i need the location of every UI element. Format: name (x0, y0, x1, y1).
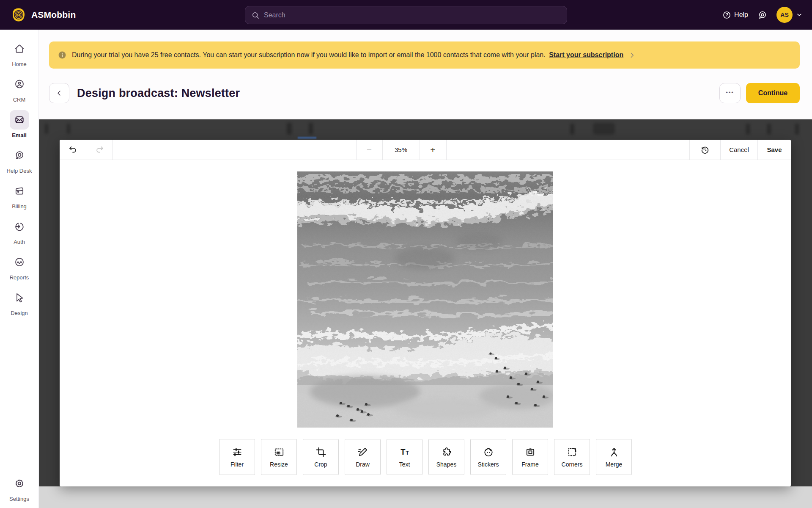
info-icon (58, 50, 67, 60)
sidebar-item-label: Design (11, 310, 27, 316)
tool-shapes-button[interactable]: Shapes (428, 439, 464, 475)
sidebar-item-label: Billing (12, 203, 27, 210)
tool-merge-button[interactable]: Merge (596, 439, 632, 475)
global-search[interactable] (245, 6, 567, 24)
tool-label: Shapes (436, 461, 456, 468)
sidebar-item-settings[interactable]: Settings (0, 474, 39, 502)
tool-label: Corners (562, 461, 583, 468)
auth-login-icon (10, 217, 29, 236)
shapes-puzzle-icon (441, 447, 452, 458)
tool-filter-button[interactable]: Filter (219, 439, 255, 475)
sidebar-item-label: Reports (10, 274, 29, 281)
zoom-in-button[interactable]: + (420, 140, 447, 160)
stickers-face-icon (483, 447, 494, 458)
toolbar-spacer (447, 140, 690, 160)
sidebar-item-reports[interactable]: Reports (0, 252, 39, 281)
text-icon: T T (399, 447, 410, 458)
search-input[interactable] (264, 11, 561, 19)
chevron-down-icon (796, 11, 803, 18)
zoom-out-button[interactable]: − (357, 140, 383, 160)
tool-label: Draw (356, 461, 370, 468)
tool-label: Frame (521, 461, 538, 468)
search-icon (251, 11, 260, 19)
help-label: Help (734, 11, 748, 19)
help-circle-icon (722, 11, 731, 19)
history-button[interactable] (690, 140, 721, 160)
tool-draw-button[interactable]: Draw (345, 439, 381, 475)
help-button[interactable]: Help (722, 11, 748, 19)
editor-toolbar: − 35% + Cancel Save (60, 140, 791, 160)
crm-person-icon (10, 75, 29, 94)
svg-text:T: T (401, 447, 406, 456)
trial-banner: During your trial you have 25 free conta… (49, 41, 800, 69)
tool-corners-button[interactable]: Corners (554, 439, 590, 475)
save-button[interactable]: Save (758, 140, 791, 160)
tool-label: Text (399, 461, 410, 468)
design-cursor-icon (10, 288, 29, 307)
email-icon (10, 110, 29, 130)
corners-icon (567, 447, 578, 458)
tool-label: Stickers (478, 461, 499, 468)
tool-text-button[interactable]: T T Text (387, 439, 422, 475)
canvas-photo[interactable] (297, 171, 553, 428)
filter-sliders-icon (232, 447, 243, 458)
editor-tools: Filter Resize Crop (219, 439, 632, 475)
zoom-level: 35% (383, 140, 420, 160)
start-subscription-link[interactable]: Start your subscription (549, 51, 623, 58)
reports-activity-icon (10, 252, 29, 272)
dimmed-page-bottom (39, 486, 812, 508)
sidebar-item-label: Auth (14, 239, 25, 245)
sidebar-item-email[interactable]: Email (0, 110, 39, 138)
app-logo-icon (11, 7, 26, 22)
back-button[interactable] (49, 83, 69, 103)
page-header: Design broadcast: Newsletter ••• Continu… (49, 83, 800, 103)
svg-text:T: T (406, 450, 409, 456)
tool-label: Merge (606, 461, 623, 468)
brand-name: ASMobbin (31, 10, 76, 20)
brand[interactable]: ASMobbin (11, 7, 76, 22)
merge-icon (609, 447, 620, 458)
sidebar-item-label: Email (12, 132, 27, 138)
sidebar-item-label: Help Desk (7, 168, 32, 174)
tool-label: Filter (230, 461, 244, 468)
trial-banner-text: During your trial you have 25 free conta… (72, 51, 623, 59)
tool-crop-button[interactable]: Crop (303, 439, 339, 475)
sidebar-item-crm[interactable]: CRM (0, 75, 39, 103)
toolbar-spacer (113, 140, 357, 160)
frame-icon (525, 447, 536, 458)
avatar[interactable]: AS (776, 7, 793, 23)
resize-icon (274, 447, 285, 458)
gear-icon (10, 474, 29, 493)
sidebar-navigation: Home CRM Email (0, 30, 39, 508)
more-options-button[interactable]: ••• (719, 83, 741, 103)
chevron-right-icon (628, 52, 636, 59)
sidebar-item-help-desk[interactable]: Help Desk (0, 146, 39, 174)
cancel-button[interactable]: Cancel (721, 140, 758, 160)
continue-button[interactable]: Continue (746, 83, 800, 103)
tool-stickers-button[interactable]: Stickers (470, 439, 506, 475)
redo-button[interactable] (86, 140, 113, 160)
image-editor-modal: − 35% + Cancel Save (60, 140, 791, 486)
top-navigation-bar: ASMobbin Help (0, 0, 812, 30)
account-menu[interactable]: AS (776, 7, 803, 23)
sidebar-item-design[interactable]: Design (0, 288, 39, 316)
billing-wallet-icon (10, 181, 29, 201)
tool-frame-button[interactable]: Frame (512, 439, 548, 475)
sidebar-item-label: CRM (13, 97, 26, 103)
page-title: Design broadcast: Newsletter (77, 87, 240, 100)
sidebar-item-auth[interactable]: Auth (0, 217, 39, 245)
tool-label: Crop (314, 461, 327, 468)
home-icon (10, 39, 29, 58)
draw-pencil-icon (357, 447, 368, 458)
tool-resize-button[interactable]: Resize (261, 439, 297, 475)
sidebar-item-home[interactable]: Home (0, 39, 39, 67)
sidebar-item-label: Settings (9, 496, 29, 502)
sidebar-item-billing[interactable]: Billing (0, 181, 39, 210)
crop-icon (315, 447, 326, 458)
chat-icon[interactable] (757, 10, 767, 20)
tool-label: Resize (270, 461, 288, 468)
help-desk-icon (10, 146, 29, 165)
undo-button[interactable] (60, 140, 86, 160)
sidebar-item-label: Home (12, 61, 27, 67)
